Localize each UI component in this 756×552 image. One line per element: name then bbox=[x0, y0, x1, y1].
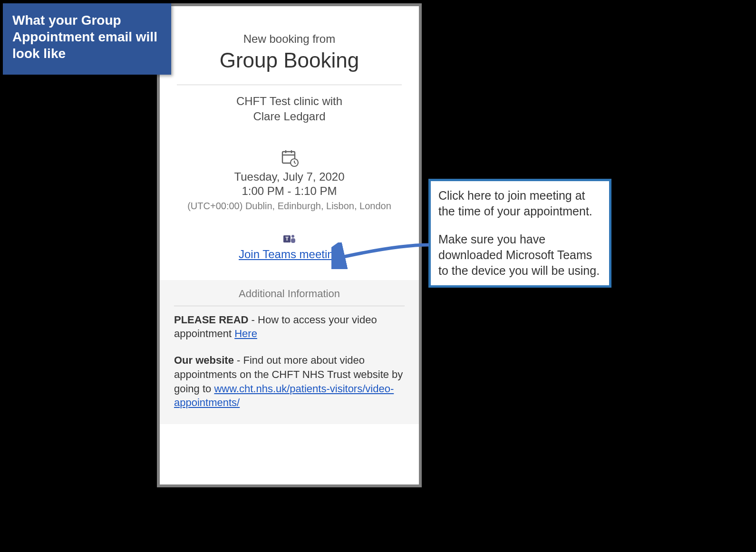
email-preview-card: New booking from Group Booking CHFT Test… bbox=[157, 3, 422, 487]
label-callout-text: What your Group Appointment email will l… bbox=[12, 13, 157, 61]
svg-point-9 bbox=[291, 235, 294, 238]
clinic-line-2: Clare Ledgard bbox=[174, 109, 405, 124]
svg-text:T: T bbox=[285, 236, 289, 242]
please-read-label: PLEASE READ bbox=[174, 314, 248, 326]
join-teams-meeting-link[interactable]: Join Teams meeting bbox=[239, 248, 340, 261]
appointment-time: 1:00 PM - 1:10 PM bbox=[174, 184, 405, 198]
calendar-clock-icon bbox=[280, 148, 299, 167]
additional-information-section: Additional Information PLEASE READ - How… bbox=[160, 280, 419, 424]
label-callout: What your Group Appointment email will l… bbox=[3, 3, 171, 75]
teams-icon: T bbox=[283, 232, 296, 246]
divider bbox=[177, 85, 402, 85]
instruction-line-1: Click here to join meeting at the time o… bbox=[438, 188, 601, 219]
how-to-access-link[interactable]: Here bbox=[234, 328, 257, 339]
appointment-timezone: (UTC+00:00) Dublin, Edinburgh, Lisbon, L… bbox=[174, 201, 405, 212]
instruction-line-2: Make sure you have downloaded Microsoft … bbox=[438, 232, 601, 279]
our-website-label: Our website bbox=[174, 354, 234, 366]
instruction-callout: Click here to join meeting at the time o… bbox=[428, 179, 611, 288]
appointment-date: Tuesday, July 7, 2020 bbox=[174, 170, 405, 184]
email-title: Group Booking bbox=[174, 48, 405, 72]
additional-information-heading: Additional Information bbox=[174, 285, 405, 306]
clinic-line-1: CHFT Test clinic with bbox=[174, 94, 405, 109]
svg-rect-10 bbox=[291, 238, 295, 243]
email-preheader: New booking from bbox=[174, 32, 405, 46]
